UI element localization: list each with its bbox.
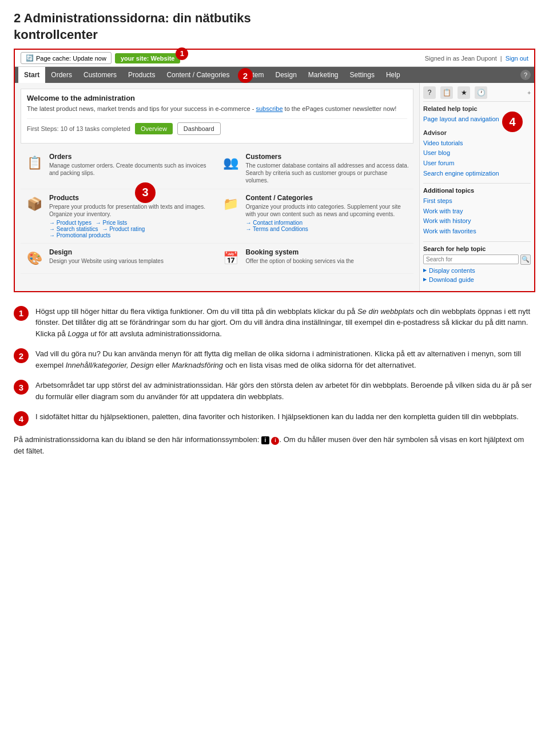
first-steps-bar: First Steps: 10 of 13 tasks completed Ov… [27, 118, 407, 138]
content-desc: Organize your products into categories. … [246, 203, 411, 218]
video-tutorials-link[interactable]: Video tutorials [423, 138, 531, 149]
feature-grid-wrapper: 3 📋 Orders Manage customer orders. Creat… [21, 148, 413, 274]
product-rating-link[interactable]: → Product rating [102, 226, 145, 232]
search-input-row: 🔍 [423, 254, 531, 265]
sidebar-copy-icon[interactable]: 📋 [440, 86, 453, 99]
sidebar-icons: ? 📋 ★ 🕐 + [423, 86, 531, 102]
nav-item-settings[interactable]: Settings [344, 67, 380, 83]
admin-sidebar: 4 ? 📋 ★ 🕐 + Related help topic Page layo… [420, 83, 534, 291]
price-lists-link[interactable]: → Price lists [96, 220, 128, 226]
feature-design: 🎨 Design Design your Website using vario… [21, 244, 217, 274]
search-button[interactable]: 🔍 [520, 254, 531, 265]
admin-content: Welcome to the administration The latest… [15, 83, 420, 291]
badge-3: 3 [135, 182, 156, 203]
first-steps-text: First Steps: 10 of 13 tasks completed [27, 125, 130, 132]
text-4: I sidofältet hittar du hjälpsektionen, p… [35, 411, 519, 423]
nav-item-orders[interactable]: Orders [45, 67, 78, 83]
signed-in-text: Signed in as Jean Dupont [425, 55, 497, 62]
sidebar-clock-icon[interactable]: 🕐 [475, 86, 487, 99]
customers-icon: 👥 [221, 153, 241, 173]
work-with-favorites-link[interactable]: Work with favorites [423, 226, 531, 237]
text-1: Högst upp till höger hittar du flera vik… [35, 306, 535, 340]
topbar-right: Signed in as Jean Dupont | Sign out [425, 55, 528, 62]
products-links: → Product types → Price lists → Search s… [49, 220, 214, 238]
text-section-2: 2 Vad vill du göra nu? Du kan använda me… [0, 345, 549, 374]
sidebar-help-icon[interactable]: ? [423, 86, 436, 99]
dashboard-button[interactable]: Dashboard [177, 122, 221, 135]
orders-icon: 📋 [24, 153, 45, 173]
subscribe-link[interactable]: subscribe [256, 105, 283, 112]
customers-desc: The customer database contains all addre… [246, 162, 411, 184]
badge-4: 4 [502, 112, 523, 132]
feature-grid: 📋 Orders Manage customer orders. Create … [21, 148, 413, 274]
feature-products: 📦 Products Prepare your products for pre… [21, 189, 217, 244]
text-section-3: 3 Arbetsområdet tar upp störst del av ad… [0, 376, 549, 405]
feature-customers: 👥 Customers The customer database contai… [217, 148, 414, 189]
products-title: Products [49, 194, 214, 202]
product-types-link[interactable]: → Product types [49, 220, 92, 226]
feature-orders: 📋 Orders Manage customer orders. Create … [21, 148, 217, 189]
feature-booking: 📅 Booking system Offer the option of boo… [217, 244, 414, 274]
contact-info-link[interactable]: → Contact information [246, 220, 303, 226]
overview-button[interactable]: Overview [135, 123, 173, 134]
bottom-paragraph: På administrationssidorna kan du ibland … [0, 432, 549, 462]
work-with-history-link[interactable]: Work with history [423, 216, 531, 226]
badge-4-text: 4 [14, 411, 29, 426]
nav-item-customers[interactable]: Customers [78, 67, 122, 83]
nav-item-design[interactable]: Design [269, 67, 302, 83]
nav-item-products[interactable]: Products [122, 67, 161, 83]
work-with-tray-link[interactable]: Work with tray [423, 206, 531, 217]
refresh-icon: 🔄 [26, 54, 34, 62]
text-section-1: 1 Högst upp till höger hittar du flera v… [0, 303, 549, 343]
user-forum-link[interactable]: User forum [423, 158, 531, 169]
admin-navbar: Start Orders Customers Products Content … [15, 67, 534, 83]
nav-item-help[interactable]: Help [380, 67, 406, 83]
badge-1: 1 [176, 47, 188, 60]
user-blog-link[interactable]: User blog [423, 148, 531, 158]
display-contents-link[interactable]: Display contents [423, 267, 531, 274]
sidebar-expand-button[interactable]: + [527, 90, 531, 96]
sidebar-star-icon[interactable]: ★ [458, 86, 470, 99]
badge-3-text: 3 [14, 380, 29, 395]
promotional-products-link[interactable]: → Promotional products [49, 232, 110, 238]
text-section-4: 4 I sidofältet hittar du hjälpsektionen,… [0, 408, 549, 429]
search-input[interactable] [423, 254, 519, 264]
nav-item-marketing[interactable]: Marketing [303, 67, 344, 83]
search-help-section: Search for help topic 🔍 Display contents… [423, 241, 531, 283]
admin-topbar: 🔄 Page cache: Update now your site: Webs… [15, 50, 534, 67]
booking-title: Booking system [246, 248, 354, 256]
design-title: Design [49, 248, 164, 256]
download-guide-link[interactable]: Download guide [423, 276, 531, 283]
page-cache-button[interactable]: 🔄 Page cache: Update now [21, 52, 112, 64]
nav-help-button[interactable]: ? [520, 70, 531, 80]
topbar-left: 🔄 Page cache: Update now your site: Webs… [21, 52, 180, 64]
text-2: Vad vill du göra nu? Du kan använda meny… [35, 348, 535, 371]
products-icon: 📦 [24, 194, 45, 214]
welcome-body: The latest product news, market trends a… [27, 105, 407, 113]
nav-item-start[interactable]: Start [18, 67, 45, 83]
search-statistics-link[interactable]: → Search statistics [49, 226, 98, 232]
customers-title: Customers [246, 153, 411, 161]
badge-2: 2 [238, 68, 253, 83]
info-circle: i [271, 437, 279, 445]
admin-ui-block: 🔄 Page cache: Update now your site: Webs… [14, 49, 535, 292]
design-desc: Design your Website using various templa… [49, 257, 164, 265]
bottom-text: På administrationssidorna kan du ibland … [14, 434, 535, 456]
orders-title: Orders [49, 153, 214, 161]
content-icon: 📁 [221, 194, 241, 214]
booking-icon: 📅 [221, 248, 241, 269]
your-site-button[interactable]: your site: Website [115, 53, 181, 63]
first-steps-link[interactable]: First steps [423, 196, 531, 206]
content-title: Content / Categories [246, 194, 411, 202]
content-links: → Contact information → Terms and Condit… [246, 220, 411, 232]
terms-link[interactable]: → Terms and Conditions [246, 226, 308, 232]
nav-item-content[interactable]: Content / Categories [161, 67, 235, 83]
badge-1-text: 1 [14, 306, 29, 321]
sign-out-link[interactable]: Sign out [506, 55, 528, 62]
orders-desc: Manage customer orders. Create documents… [49, 162, 214, 177]
advisor-section: Advisor Video tutorials User blog User f… [423, 129, 531, 178]
seo-link[interactable]: Search engine optimization [423, 169, 531, 179]
related-help-title: Related help topic [423, 105, 531, 112]
feature-content: 📁 Content / Categories Organize your pro… [217, 189, 414, 244]
page-title: 2 Administrationssidorna: din nätbutiks … [14, 10, 535, 43]
